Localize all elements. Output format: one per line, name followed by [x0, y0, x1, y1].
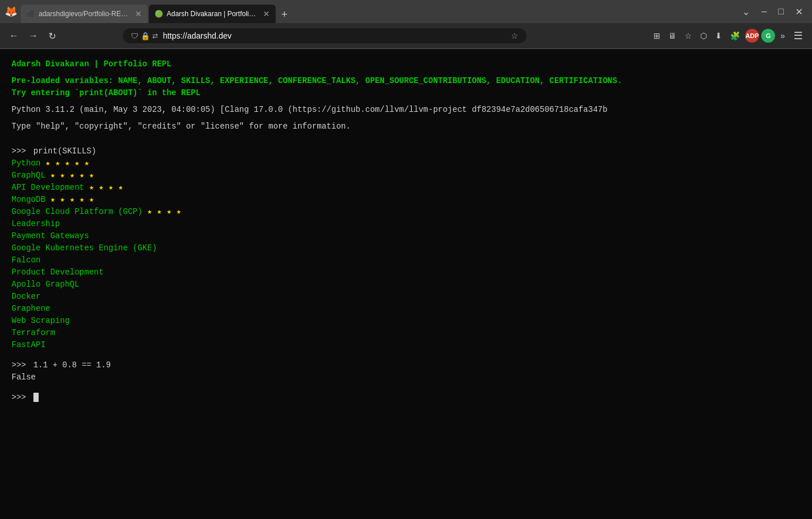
more-extensions-button[interactable]: » [777, 29, 788, 43]
command2-prompt: >>> 1.1 + 0.8 == 1.9 [12, 359, 800, 371]
site-title: Adarsh Divakaran | Portfolio REPL [12, 59, 171, 69]
skills-output: Python ★ ★ ★ ★ ★GraphQL ★ ★ ★ ★ ★API Dev… [12, 157, 800, 351]
skill-line: FastAPI [12, 339, 800, 351]
skill-line: Falcon [12, 254, 800, 266]
minimize-button[interactable]: – [757, 4, 771, 19]
spacer2 [12, 351, 800, 359]
menu-button[interactable]: ☰ [790, 27, 806, 44]
python-version-line: Python 3.11.2 (main, May 3 2023, 04:00:0… [12, 104, 800, 116]
address-input-container: 🛡 🔒 ⇄ https://adarshd.dev ☆ [123, 28, 527, 43]
address-bar: ← → ↻ 🛡 🔒 ⇄ https://adarshd.dev ☆ ⊞ 🖥 ☆ … [0, 23, 812, 48]
synced-tabs-button[interactable]: 🖥 [666, 29, 679, 43]
shield-icon: 🛡 [131, 32, 138, 40]
tab1-close-icon[interactable]: ✕ [135, 9, 142, 18]
preloaded-line1: Pre-loaded variables: NAME, ABOUT, SKILL… [12, 75, 800, 87]
cursor[interactable] [33, 393, 39, 402]
lock-icon: 🔒 [141, 32, 150, 40]
profile-avatar-button[interactable]: ADP [745, 29, 759, 43]
tab2-title: Adarsh Divakaran | Portfolio - REPL [167, 10, 260, 18]
forward-button[interactable]: → [25, 28, 42, 43]
command2-text: 1.1 + 0.8 == 1.9 [33, 360, 111, 370]
profile-avatar2-button[interactable]: G [761, 29, 775, 43]
skill-line: GraphQL ★ ★ ★ ★ ★ [12, 170, 800, 182]
bookmark-icon[interactable]: ☆ [511, 31, 518, 40]
skill-line: Docker [12, 291, 800, 303]
skill-line: Web Scraping [12, 315, 800, 327]
skill-line: Python ★ ★ ★ ★ ★ [12, 157, 800, 170]
skill-line: Apollo GraphQL [12, 279, 800, 291]
downloads-button[interactable]: ⬇ [712, 29, 725, 43]
command2-output-text: False [12, 373, 36, 382]
tabs-container: ⬛ adarshdigievo/Portfolio-REPL: P… ✕ 🟢 A… [21, 0, 733, 23]
toolbar-right: ⊞ 🖥 ☆ ⬡ ⬇ 🧩 ADP G » ☰ [651, 27, 806, 44]
new-tab-button[interactable]: + [277, 6, 292, 23]
prompt1-symbol: >>> [12, 146, 26, 156]
skill-line: Terraform [12, 327, 800, 339]
close-button[interactable]: ✕ [791, 4, 807, 20]
bookmark-star-button[interactable]: ☆ [682, 29, 695, 43]
address-url-text[interactable]: https://adarshd.dev [163, 31, 506, 40]
skill-line: Google Cloud Platform (GCP) ★ ★ ★ ★ [12, 206, 800, 218]
skill-line: Product Development [12, 266, 800, 279]
browser-chrome: 🦊 ⬛ adarshdigievo/Portfolio-REPL: P… ✕ 🟢… [0, 0, 812, 49]
preloaded-section: Pre-loaded variables: NAME, ABOUT, SKILL… [12, 75, 800, 99]
connection-icon: ⇄ [152, 32, 158, 40]
skill-line: Google Kubernetes Engine (GKE) [12, 242, 800, 254]
skill-line: API Development ★ ★ ★ ★ [12, 182, 800, 194]
tab2-favicon: 🟢 [155, 10, 163, 18]
preloaded-line2: Try entering `print(ABOUT)` in the REPL [12, 87, 800, 99]
tab1-title: adarshdigievo/Portfolio-REPL: P… [39, 10, 131, 18]
firefox-icon: 🦊 [5, 6, 16, 17]
reload-button[interactable]: ↻ [45, 28, 59, 44]
skill-line: Leadership [12, 218, 800, 230]
extensions-button[interactable]: 🧩 [727, 29, 743, 43]
tab-github[interactable]: ⬛ adarshdigievo/Portfolio-REPL: P… ✕ [21, 5, 148, 23]
skill-line: Payment Gateways [12, 230, 800, 242]
tab-portfolio[interactable]: 🟢 Adarsh Divakaran | Portfolio - REPL ✕ [149, 5, 276, 23]
back-button[interactable]: ← [6, 28, 22, 43]
preloaded-text2: Try entering `print(ABOUT)` in the REPL [12, 88, 201, 97]
address-security-icons: 🛡 🔒 ⇄ [131, 32, 158, 40]
command1-prompt: >>> print(SKILLS) [12, 145, 800, 157]
site-title-line: Adarsh Divakaran | Portfolio REPL [12, 58, 800, 70]
terminal: Adarsh Divakaran | Portfolio REPL Pre-lo… [0, 49, 812, 519]
preloaded-text1: Pre-loaded variables: NAME, ABOUT, SKILL… [12, 76, 622, 85]
skill-line: Graphene [12, 303, 800, 315]
tab2-close-icon[interactable]: ✕ [263, 9, 270, 18]
tabs-dropdown-button[interactable]: ⌄ [738, 4, 754, 20]
tab1-favicon: ⬛ [27, 10, 35, 18]
skill-line: MongoDB ★ ★ ★ ★ ★ [12, 194, 800, 206]
window-controls: ⌄ – □ ✕ [738, 4, 807, 20]
prompt2-symbol: >>> [12, 360, 26, 370]
active-prompt-line[interactable]: >>> [12, 392, 800, 404]
spacer3 [12, 383, 800, 392]
pocket-button[interactable]: ⬡ [697, 29, 710, 43]
active-prompt-symbol: >>> [12, 393, 26, 402]
command1-text: print(SKILLS) [33, 146, 96, 156]
spacer1 [12, 137, 800, 145]
maximize-button[interactable]: □ [773, 4, 788, 19]
containers-button[interactable]: ⊞ [651, 29, 663, 43]
title-bar: 🦊 ⬛ adarshdigievo/Portfolio-REPL: P… ✕ 🟢… [0, 0, 812, 23]
python-type-line: Type "help", "copyright", "credits" or "… [12, 121, 800, 133]
command2-output-line: False [12, 371, 800, 383]
